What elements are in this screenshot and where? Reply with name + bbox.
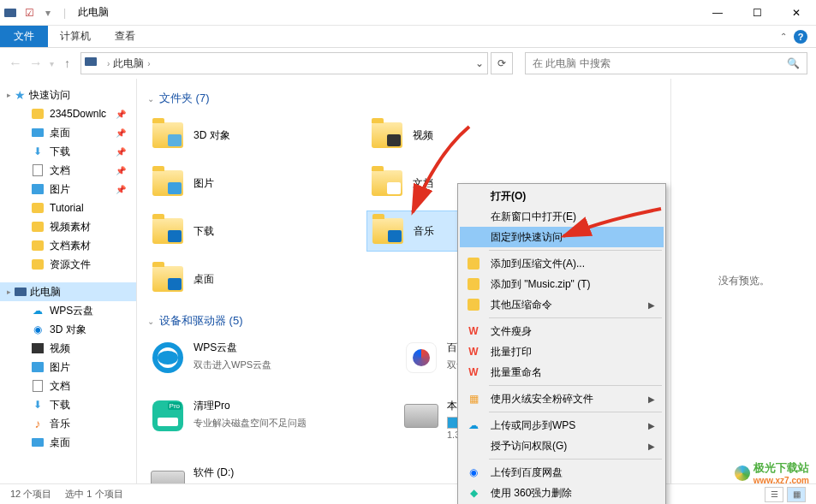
context-menu-item[interactable]: ▦使用火绒安全粉碎文件▶ bbox=[460, 388, 664, 409]
search-icon[interactable]: 🔍 bbox=[787, 57, 800, 69]
context-menu-item[interactable]: 固定到快速访问 bbox=[460, 227, 664, 247]
sidebar-item[interactable]: 文档素材 bbox=[0, 236, 136, 255]
maximize-button[interactable]: ☐ bbox=[737, 0, 777, 26]
chevron-down-icon[interactable]: ⌄ bbox=[147, 317, 154, 326]
sidebar-item-label: 文档素材 bbox=[50, 239, 91, 253]
chevron-right-icon[interactable]: › bbox=[107, 59, 110, 68]
sidebar-item[interactable]: Tutorial bbox=[0, 199, 136, 217]
refresh-button[interactable]: ⟳ bbox=[491, 52, 513, 74]
context-menu-item[interactable]: 打开(O) bbox=[460, 186, 664, 206]
help-icon[interactable]: ? bbox=[794, 30, 807, 44]
sidebar-item[interactable]: 文档 bbox=[0, 377, 136, 395]
drive-item[interactable]: 软件 (D:)109 GB 可用, 共 168 GB bbox=[147, 462, 387, 483]
menu-item-label: 添加到压缩文件(A)... bbox=[491, 257, 585, 271]
minimize-button[interactable]: — bbox=[698, 0, 737, 26]
folder-icon bbox=[151, 216, 185, 246]
history-dropdown-icon[interactable]: ▾ bbox=[50, 59, 54, 68]
folders-section-head[interactable]: ⌄ 文件夹 (7) bbox=[147, 91, 660, 106]
sidebar-item-label: 文档 bbox=[50, 163, 70, 178]
chevron-down-icon[interactable]: ▸ bbox=[7, 288, 11, 296]
search-box[interactable]: 🔍 bbox=[525, 52, 807, 74]
view-tab[interactable]: 查看 bbox=[103, 26, 147, 47]
drives-heading: 设备和驱动器 (5) bbox=[159, 313, 243, 329]
sidebar-item[interactable]: 桌面📌 bbox=[0, 123, 136, 142]
collapse-ribbon-icon[interactable]: ⌃ bbox=[780, 32, 787, 41]
quick-access-group[interactable]: ▸ ★ 快速访问 bbox=[0, 86, 136, 104]
context-menu-item[interactable]: W文件瘦身 bbox=[460, 321, 664, 341]
sidebar-item[interactable]: 资源文件 bbox=[0, 255, 136, 274]
sidebar-item-label: 视频素材 bbox=[50, 220, 91, 234]
download-icon: ⬇ bbox=[31, 398, 45, 412]
chevron-down-icon[interactable]: ▸ bbox=[7, 91, 11, 99]
folder-item[interactable]: 图片 bbox=[147, 163, 353, 204]
submenu-arrow-icon: ▶ bbox=[648, 421, 655, 430]
sidebar-item[interactable]: 图片📌 bbox=[0, 180, 136, 199]
menu-item-label: 上传或同步到WPS bbox=[491, 418, 575, 433]
menu-item-label: 打开(O) bbox=[491, 189, 526, 204]
drive-item[interactable]: Pro清理Pro专业解决磁盘空间不足问题 bbox=[147, 395, 387, 445]
context-menu-item[interactable]: 添加到压缩文件(A)... bbox=[460, 253, 664, 274]
properties-icon[interactable]: ☑ bbox=[22, 6, 36, 20]
details-view-button[interactable]: ☰ bbox=[765, 487, 783, 502]
tiles-view-button[interactable]: ▦ bbox=[787, 487, 806, 502]
sidebar-item[interactable]: 桌面 bbox=[0, 433, 136, 452]
this-pc-group[interactable]: ▸ 此电脑 bbox=[0, 282, 136, 301]
picture-icon bbox=[31, 360, 45, 374]
context-menu-item[interactable]: 在新窗口中打开(E) bbox=[460, 206, 664, 227]
drive-icon bbox=[404, 399, 438, 433]
folder-label: 下载 bbox=[194, 224, 214, 239]
file-tab[interactable]: 文件 bbox=[0, 26, 48, 47]
search-input[interactable] bbox=[533, 57, 787, 69]
chevron-down-icon[interactable]: ⌄ bbox=[147, 94, 154, 104]
folder-item[interactable]: 视频 bbox=[366, 115, 572, 156]
folder-item[interactable]: 下载 bbox=[147, 210, 353, 252]
address-dropdown-icon[interactable]: ⌄ bbox=[475, 57, 484, 69]
wps-w-icon: W bbox=[467, 324, 480, 338]
folder-item[interactable]: 3D 对象 bbox=[147, 115, 353, 156]
back-button[interactable]: ← bbox=[9, 56, 22, 71]
context-menu-item[interactable]: 其他压缩命令▶ bbox=[460, 294, 664, 315]
folder-item[interactable]: 桌面 bbox=[147, 258, 353, 299]
context-menu-item[interactable]: ◆使用 360强力删除 bbox=[460, 483, 664, 503]
3d-icon: ◉ bbox=[31, 323, 45, 336]
sidebar-item[interactable]: 2345Downlc📌 bbox=[0, 104, 136, 123]
context-menu-item[interactable]: ☁上传或同步到WPS▶ bbox=[460, 415, 664, 436]
sidebar-item[interactable]: 视频 bbox=[0, 339, 136, 358]
menu-separator bbox=[489, 459, 662, 460]
context-menu-item[interactable]: ◉上传到百度网盘 bbox=[460, 462, 664, 483]
menu-item-label: 其他压缩命令 bbox=[491, 298, 552, 312]
menu-item-label: 文件瘦身 bbox=[491, 324, 532, 339]
computer-tab[interactable]: 计算机 bbox=[48, 26, 103, 47]
sidebar-item[interactable]: 文档📌 bbox=[0, 161, 136, 180]
address-bar[interactable]: › 此电脑 › ⌄ bbox=[80, 52, 488, 74]
context-menu-item[interactable]: 添加到 "Music.zip" (T) bbox=[460, 274, 664, 294]
up-button[interactable]: ↑ bbox=[64, 56, 70, 70]
sidebar-item[interactable]: ◉3D 对象 bbox=[0, 320, 136, 339]
sidebar-item[interactable]: ⬇下载📌 bbox=[0, 142, 136, 161]
menu-separator bbox=[489, 412, 662, 412]
qat-dropdown-icon[interactable]: ▾ bbox=[41, 6, 55, 20]
sidebar-item[interactable]: ♪音乐 bbox=[0, 414, 136, 433]
star-icon: ★ bbox=[15, 88, 26, 102]
address-location[interactable]: 此电脑 bbox=[113, 56, 144, 71]
sidebar-item-label: 资源文件 bbox=[50, 258, 91, 272]
sidebar-item[interactable]: 视频素材 bbox=[0, 217, 136, 236]
sidebar-item[interactable]: ☁WPS云盘 bbox=[0, 301, 136, 320]
chevron-right-icon[interactable]: › bbox=[147, 59, 150, 68]
forward-button[interactable]: → bbox=[29, 56, 43, 71]
context-menu-item[interactable]: 授予访问权限(G)▶ bbox=[460, 436, 664, 456]
menu-item-label: 授予访问权限(G) bbox=[491, 439, 567, 454]
context-menu-item[interactable]: W批量打印 bbox=[460, 341, 664, 362]
sidebar-item[interactable]: ⬇下载 bbox=[0, 395, 136, 414]
pin-icon: 📌 bbox=[116, 185, 126, 194]
sidebar-item[interactable]: 图片 bbox=[0, 358, 136, 377]
menu-item-label: 上传到百度网盘 bbox=[491, 465, 563, 480]
drive-icon bbox=[151, 341, 185, 375]
drive-item[interactable]: WPS云盘双击进入WPS云盘 bbox=[147, 337, 387, 378]
folder-icon bbox=[371, 216, 405, 246]
menu-item-label: 批量重命名 bbox=[491, 365, 542, 380]
close-button[interactable]: ✕ bbox=[777, 0, 816, 26]
pc-icon bbox=[85, 56, 98, 70]
quick-access-label: 快速访问 bbox=[29, 88, 70, 103]
context-menu-item[interactable]: W批量重命名 bbox=[460, 362, 664, 382]
